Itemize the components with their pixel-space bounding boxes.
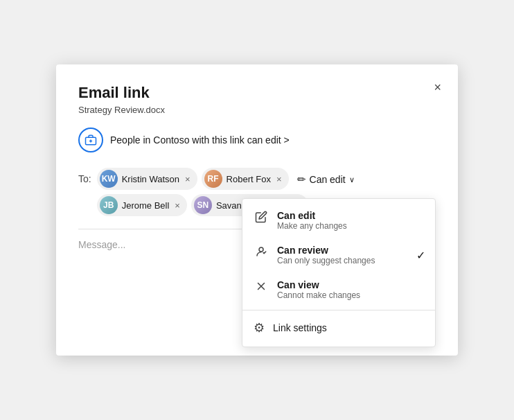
link-settings-item[interactable]: ⚙ Link settings xyxy=(242,313,435,342)
can-edit-desc: Make any changes xyxy=(277,221,424,231)
dialog-title: Email link xyxy=(78,84,436,102)
recipient-name-jb: Jerome Bell xyxy=(122,200,170,211)
permission-dropdown: Can edit Make any changes Can rev xyxy=(242,198,436,347)
to-label: To: xyxy=(78,168,91,184)
can-edit-label: Can edit xyxy=(310,174,346,185)
avatar-sn: SN xyxy=(194,196,212,214)
link-info-row: People in Contoso with this link can edi… xyxy=(78,128,436,152)
recipient-chip-kw: KW Kristin Watson × xyxy=(97,168,197,190)
avatar-rf: RF xyxy=(204,170,222,188)
to-row: To: KW Kristin Watson × RF Robert Fox × … xyxy=(78,168,436,216)
can-review-title: Can review xyxy=(277,245,424,256)
recipient-name-rf: Robert Fox xyxy=(227,174,271,184)
check-icon: ✓ xyxy=(416,249,425,262)
avatar-kw: KW xyxy=(100,170,118,188)
pencil-edit-icon xyxy=(254,211,269,227)
can-edit-chevron-icon: ∨ xyxy=(349,175,355,184)
remove-rf-button[interactable]: × xyxy=(276,175,282,184)
can-view-title: Can view xyxy=(277,279,424,290)
remove-kw-button[interactable]: × xyxy=(185,175,190,184)
briefcase-icon xyxy=(78,128,103,152)
email-link-dialog: × Email link Strategy Review.docx People… xyxy=(56,64,458,356)
view-icon xyxy=(254,280,269,296)
recipient-chip-jb: JB Jerome Bell × xyxy=(97,194,187,216)
close-button[interactable]: × xyxy=(431,78,444,96)
svg-point-3 xyxy=(259,247,263,252)
can-review-desc: Can only suggest changes xyxy=(277,256,424,265)
pencil-icon: ✏ xyxy=(297,173,306,186)
can-view-desc: Cannot make changes xyxy=(277,290,424,300)
dialog-subtitle: Strategy Review.docx xyxy=(78,105,436,115)
remove-jb-button[interactable]: × xyxy=(175,201,180,210)
recipient-name-kw: Kristin Watson xyxy=(122,174,179,184)
can-view-content: Can view Cannot make changes xyxy=(277,279,424,300)
recipients-wrapper: KW Kristin Watson × RF Robert Fox × ✏ Ca… xyxy=(97,168,436,216)
gear-icon: ⚙ xyxy=(254,320,265,335)
can-edit-title: Can edit xyxy=(277,210,424,221)
link-settings-label: Link settings xyxy=(273,322,327,333)
can-edit-button[interactable]: ✏ Can edit ∨ xyxy=(293,170,359,189)
dropdown-item-can-edit[interactable]: Can edit Make any changes xyxy=(242,203,435,238)
recipient-chip-rf: RF Robert Fox × xyxy=(202,168,289,190)
link-chevron-icon: > xyxy=(284,134,290,146)
dropdown-divider xyxy=(242,310,435,310)
dropdown-item-can-review[interactable]: Can review Can only suggest changes ✓ xyxy=(242,238,435,272)
link-info-text: People in Contoso with this link can edi… xyxy=(110,134,290,146)
can-edit-content: Can edit Make any changes xyxy=(277,210,424,231)
avatar-jb: JB xyxy=(100,196,118,214)
dropdown-item-can-view[interactable]: Can view Cannot make changes xyxy=(242,272,435,307)
review-icon xyxy=(254,245,269,261)
can-review-content: Can review Can only suggest changes xyxy=(277,245,424,265)
